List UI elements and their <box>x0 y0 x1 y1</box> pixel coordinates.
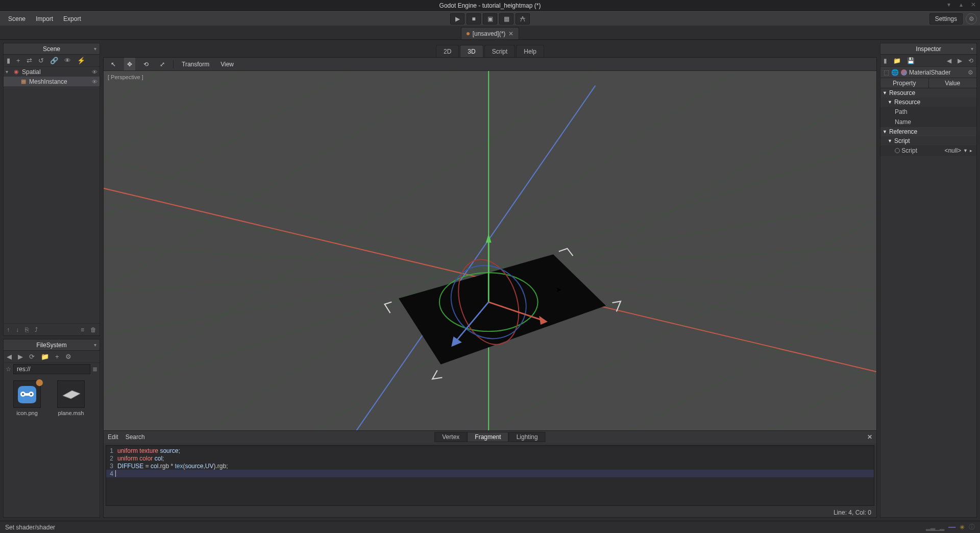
shader-ball-icon <box>901 69 907 76</box>
globe-icon: 🌐 <box>891 69 899 76</box>
add-node-icon[interactable]: + <box>16 57 20 64</box>
eye-icon[interactable]: 👁 <box>92 79 97 85</box>
spatial-node-icon: ◉ <box>13 68 20 76</box>
svg-point-2 <box>22 393 24 395</box>
property-path[interactable]: Path <box>880 107 976 117</box>
section-reference[interactable]: ▼Reference <box>880 127 976 136</box>
scene-toolbar: ▮ + ⇄ ↺ 🔗 👁 ⚡ <box>4 55 100 67</box>
menu-import[interactable]: Import <box>31 12 58 26</box>
rotate-tool-icon[interactable]: ⟲ <box>140 58 152 70</box>
history-icon[interactable]: ⟲ <box>968 57 973 64</box>
section-resource-sub[interactable]: ▼Resource <box>880 98 976 107</box>
tree-node-spatial[interactable]: ▾ ◉ Spatial 👁 <box>4 67 100 77</box>
menubar: Scene Import Export ▶ ■ ▣ ▦ Settings ⚙ <box>0 11 980 26</box>
transform-menu[interactable]: Transform <box>179 58 212 70</box>
script-icon[interactable]: ⚡ <box>77 57 85 64</box>
path-input[interactable]: res:// <box>13 364 90 374</box>
shader-edit-menu[interactable]: Edit <box>108 433 118 441</box>
close-panel-icon[interactable]: ✕ <box>867 433 872 441</box>
open-resource-icon[interactable]: 📁 <box>893 57 901 64</box>
reparent-icon[interactable]: ⤴ <box>35 326 38 333</box>
gear-icon[interactable]: ⚙ <box>968 69 973 76</box>
shader-tab-vertex[interactable]: Vertex <box>434 432 467 442</box>
tab-script[interactable]: Script <box>484 45 516 57</box>
stop-button[interactable]: ■ <box>467 13 481 25</box>
shader-tab-fragment[interactable]: Fragment <box>467 432 508 442</box>
svg-point-3 <box>30 393 32 395</box>
play-controls: ▶ ■ ▣ ▦ <box>450 13 530 25</box>
shader-search-menu[interactable]: Search <box>126 433 145 441</box>
scale-tool-icon[interactable]: ⤢ <box>157 58 168 70</box>
scene-tab-unsaved[interactable]: [unsaved](*) ✕ <box>461 27 520 39</box>
viewport-3d[interactable]: [ Perspective ] ➤ <box>104 71 876 430</box>
delete-icon[interactable]: 🗑 <box>90 326 96 333</box>
svg-rect-4 <box>25 393 29 396</box>
save-resource-icon[interactable]: 💾 <box>907 57 915 64</box>
section-script[interactable]: ▼Script <box>880 136 976 146</box>
spinner-icon: ✳ <box>960 524 965 531</box>
filesystem-item[interactable]: plane.msh <box>51 378 91 418</box>
multi-edit-icon[interactable]: ≡ <box>81 326 84 333</box>
prev-icon[interactable]: ◀ <box>7 353 12 360</box>
favorite-icon[interactable]: ☆ <box>6 366 11 373</box>
chevron-down-icon: ▾ <box>94 46 96 52</box>
tab-3d[interactable]: 3D <box>460 45 483 57</box>
menu-export[interactable]: Export <box>58 12 86 26</box>
inspector-panel-header[interactable]: Inspector ▾ <box>880 43 976 55</box>
refresh-icon[interactable]: ⟳ <box>29 353 35 360</box>
dropdown-icon[interactable]: ▼ <box>963 148 968 153</box>
fs-gear-icon[interactable]: ⚙ <box>65 353 71 360</box>
section-resource[interactable]: ▼Resource <box>880 88 976 98</box>
move-up-icon[interactable]: ↑ <box>7 326 10 333</box>
maximize-icon[interactable]: ▴ <box>958 1 965 8</box>
visibility-icon[interactable]: 👁 <box>64 57 71 64</box>
play-scene-button[interactable]: ▣ <box>483 13 497 25</box>
expand-icon[interactable]: ▾ <box>6 69 11 75</box>
play-custom-button[interactable]: ▦ <box>499 13 513 25</box>
filesystem-panel-header[interactable]: FileSystem ▾ <box>4 340 100 351</box>
close-tab-icon[interactable]: ✕ <box>508 30 513 37</box>
filesystem-item-label: plane.msh <box>58 410 84 416</box>
perspective-label[interactable]: [ Perspective ] <box>108 74 143 80</box>
debug-button[interactable] <box>516 13 530 25</box>
select-tool-icon[interactable]: ↖ <box>108 58 119 70</box>
settings-gear-icon[interactable]: ⚙ <box>966 13 977 25</box>
tab-2d[interactable]: 2D <box>436 45 459 57</box>
property-script[interactable]: Script <null> ▼ ▸ <box>880 146 976 156</box>
chevron-down-icon: ▾ <box>971 46 973 52</box>
move-down-icon[interactable]: ↓ <box>16 326 19 333</box>
new-node-icon[interactable]: ▮ <box>7 57 10 64</box>
list-mode-icon[interactable]: ≣ <box>92 366 97 373</box>
view-menu[interactable]: View <box>217 58 237 70</box>
tree-node-meshinstance[interactable]: ▦ MeshInstance 👁 <box>4 77 100 86</box>
move-tool-icon[interactable]: ✥ <box>124 58 135 70</box>
shader-tab-lighting[interactable]: Lighting <box>509 432 546 442</box>
new-folder-icon[interactable]: + <box>55 353 59 360</box>
eye-icon[interactable]: 👁 <box>92 69 97 75</box>
play-button[interactable]: ▶ <box>450 13 464 25</box>
instance-icon[interactable]: ⇄ <box>27 57 32 64</box>
folder-icon[interactable]: 📁 <box>41 353 49 360</box>
menu-scene[interactable]: Scene <box>3 12 31 26</box>
history-next-icon[interactable]: ▶ <box>958 57 962 64</box>
scene-panel-header[interactable]: Scene ▾ <box>4 43 100 55</box>
more-icon[interactable]: ▸ <box>970 148 972 153</box>
history-prev-icon[interactable]: ◀ <box>947 57 951 64</box>
inspector-object-row[interactable]: ⬚ 🌐 MaterialShader ⚙ <box>880 67 976 78</box>
link-icon[interactable]: 🔗 <box>50 57 58 64</box>
filesystem-item[interactable]: ⬤ icon.png <box>7 378 47 418</box>
filesystem-toolbar: ◀ ▶ ⟳ 📁 + ⚙ <box>4 351 100 363</box>
replace-icon[interactable]: ↺ <box>38 57 44 64</box>
property-name[interactable]: Name <box>880 117 976 127</box>
close-window-icon[interactable]: ✕ <box>970 1 977 8</box>
next-icon[interactable]: ▶ <box>18 353 23 360</box>
shader-editor-panel: Edit Search Vertex Fragment Lighting ✕ 1… <box>104 430 876 517</box>
shader-code-editor[interactable]: 1uniform texture source; 2uniform color … <box>106 445 874 506</box>
new-resource-icon[interactable]: ▮ <box>884 57 887 64</box>
minimize-icon[interactable]: ▾ <box>945 1 952 8</box>
settings-button[interactable]: Settings <box>929 13 963 25</box>
scene-tree: ▾ ◉ Spatial 👁 ▦ MeshInstance 👁 <box>4 67 100 323</box>
tab-help[interactable]: Help <box>516 45 544 57</box>
duplicate-icon[interactable]: ⎘ <box>25 326 29 333</box>
info-icon[interactable]: ⓘ <box>969 523 975 531</box>
